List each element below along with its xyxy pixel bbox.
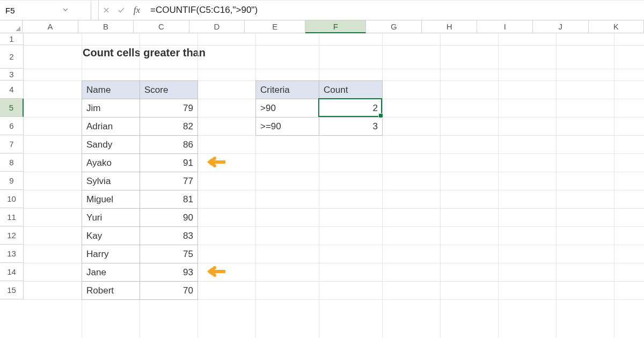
- formula-input[interactable]: [145, 1, 644, 20]
- column-header-D[interactable]: D: [189, 20, 245, 33]
- row-header-2[interactable]: 2: [0, 45, 24, 69]
- table-cell-name[interactable]: Adrian: [82, 117, 140, 136]
- table-cell-score[interactable]: 70: [140, 282, 198, 300]
- table-cell-score[interactable]: 90: [140, 209, 198, 227]
- table-cell-count[interactable]: 3: [319, 117, 383, 136]
- table-header: Count: [319, 81, 383, 99]
- column-header-H[interactable]: H: [422, 20, 478, 33]
- column-header-A[interactable]: A: [23, 20, 78, 33]
- column-header-E[interactable]: E: [245, 20, 305, 33]
- cells-area[interactable]: Count cells greater than NameScoreJim79A…: [24, 33, 644, 338]
- column-header-F[interactable]: F: [305, 20, 366, 33]
- arrow-left-icon: [204, 266, 225, 279]
- fx-icon[interactable]: fx: [129, 1, 145, 20]
- table-cell-score[interactable]: 75: [140, 245, 198, 263]
- table-cell-name[interactable]: Sandy: [82, 136, 140, 154]
- select-all-corner[interactable]: [0, 20, 23, 33]
- table-cell-name[interactable]: Miguel: [82, 190, 140, 209]
- row-header-6[interactable]: 6: [0, 117, 24, 135]
- table-cell-name[interactable]: Jim: [82, 99, 140, 117]
- name-box[interactable]: [5, 6, 59, 15]
- table-cell-score[interactable]: 83: [140, 227, 198, 245]
- column-header-I[interactable]: I: [477, 20, 533, 33]
- table-cell-score[interactable]: 77: [140, 172, 198, 190]
- table-cell-criteria[interactable]: >=90: [256, 117, 319, 136]
- table-header: Score: [140, 81, 198, 99]
- row-header-4[interactable]: 4: [0, 80, 24, 99]
- accept-icon[interactable]: [114, 1, 129, 20]
- table-cell-count[interactable]: 2: [319, 99, 383, 117]
- row-header-11[interactable]: 11: [0, 208, 24, 226]
- table-cell-name[interactable]: Sylvia: [82, 172, 140, 190]
- row-header-13[interactable]: 13: [0, 245, 24, 263]
- table-cell-score[interactable]: 93: [140, 263, 198, 282]
- row-header-1[interactable]: 1: [0, 33, 24, 45]
- row-header-3[interactable]: 3: [0, 69, 24, 80]
- page-title: Count cells greater than: [83, 47, 206, 59]
- row-header-9[interactable]: 9: [0, 172, 24, 190]
- name-score-table: NameScoreJim79Adrian82Sandy86Ayako91Sylv…: [82, 80, 198, 300]
- table-cell-score[interactable]: 82: [140, 117, 198, 136]
- row-header-10[interactable]: 10: [0, 190, 24, 208]
- cancel-icon[interactable]: [99, 1, 114, 20]
- name-box-container: [0, 1, 91, 20]
- table-header: Criteria: [256, 81, 319, 99]
- table-cell-criteria[interactable]: >90: [256, 99, 319, 117]
- table-cell-name[interactable]: Harry: [82, 245, 140, 263]
- table-cell-score[interactable]: 86: [140, 136, 198, 154]
- spreadsheet-grid[interactable]: ABCDEFGHIJK 123456789101112131415 Count …: [0, 20, 644, 338]
- column-header-B[interactable]: B: [78, 20, 134, 33]
- row-header-5[interactable]: 5: [0, 99, 24, 117]
- table-cell-score[interactable]: 81: [140, 190, 198, 209]
- table-header: Name: [82, 81, 140, 99]
- table-cell-name[interactable]: Ayako: [82, 154, 140, 172]
- table-cell-score[interactable]: 91: [140, 154, 198, 172]
- table-cell-score[interactable]: 79: [140, 99, 198, 117]
- column-header-J[interactable]: J: [533, 20, 589, 33]
- row-header-15[interactable]: 15: [0, 281, 24, 299]
- column-headers: ABCDEFGHIJK: [0, 20, 644, 33]
- column-header-G[interactable]: G: [366, 20, 422, 33]
- column-header-C[interactable]: C: [134, 20, 189, 33]
- table-cell-name[interactable]: Robert: [82, 282, 140, 300]
- table-cell-name[interactable]: Yuri: [82, 209, 140, 227]
- row-header-7[interactable]: 7: [0, 135, 24, 153]
- row-header-8[interactable]: 8: [0, 153, 24, 172]
- formula-bar: fx: [0, 0, 644, 20]
- table-cell-name[interactable]: Kay: [82, 227, 140, 245]
- column-header-K[interactable]: K: [589, 20, 644, 33]
- row-header-12[interactable]: 12: [0, 226, 24, 245]
- row-headers: 123456789101112131415: [0, 33, 24, 338]
- row-header-14[interactable]: 14: [0, 263, 24, 281]
- criteria-count-table: CriteriaCount>902>=903: [255, 80, 383, 136]
- chevron-down-icon[interactable]: [59, 6, 72, 14]
- divider: [91, 1, 99, 20]
- table-cell-name[interactable]: Jane: [82, 263, 140, 282]
- arrow-left-icon: [204, 156, 225, 170]
